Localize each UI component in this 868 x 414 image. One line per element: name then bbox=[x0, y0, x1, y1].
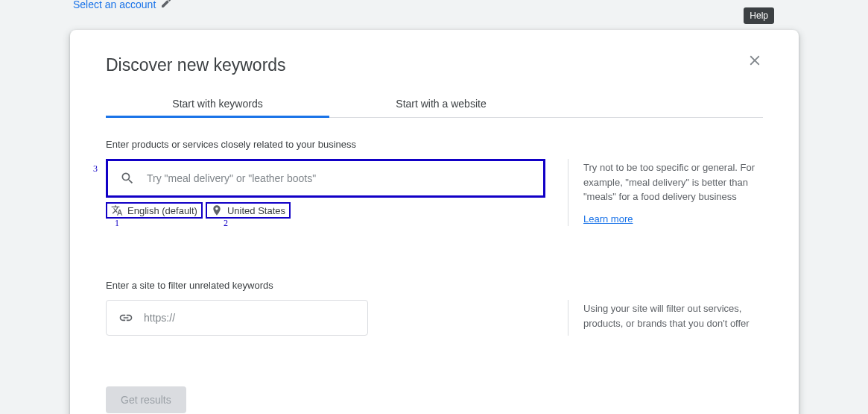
learn-more-link[interactable]: Learn more bbox=[583, 212, 633, 227]
help-button[interactable]: Help bbox=[744, 7, 774, 24]
annotation-1: 1 bbox=[115, 218, 119, 229]
keywords-field-label: Enter products or services closely relat… bbox=[106, 139, 763, 150]
site-input[interactable] bbox=[144, 312, 355, 324]
location-label: United States bbox=[227, 205, 285, 216]
keywords-tip: Try not to be too specific or general. F… bbox=[583, 160, 763, 204]
site-tip: Using your site will filter out services… bbox=[583, 301, 763, 330]
tab-start-with-website[interactable]: Start with a website bbox=[329, 90, 553, 117]
language-label: English (default) bbox=[127, 205, 197, 216]
keyword-planner-modal: Discover new keywords Start with keyword… bbox=[70, 30, 799, 414]
modal-title: Discover new keywords bbox=[106, 55, 286, 75]
keywords-input[interactable] bbox=[147, 172, 531, 184]
language-chip[interactable]: English (default) 1 bbox=[106, 202, 203, 219]
link-icon bbox=[118, 310, 133, 325]
pencil-icon bbox=[160, 0, 172, 11]
search-icon bbox=[120, 171, 135, 186]
tabs: Start with keywords Start with a website bbox=[106, 90, 763, 118]
site-field-label: Enter a site to filter unrelated keyword… bbox=[106, 280, 763, 291]
get-results-button[interactable]: Get results bbox=[106, 386, 186, 413]
keywords-input-wrap bbox=[106, 159, 545, 198]
annotation-3: 3 bbox=[93, 163, 98, 175]
account-label: Select an account bbox=[73, 0, 156, 10]
account-selector[interactable]: Select an account bbox=[73, 0, 172, 11]
close-icon[interactable] bbox=[747, 52, 763, 72]
location-chip[interactable]: United States 2 bbox=[206, 202, 291, 219]
site-input-wrap bbox=[106, 300, 368, 336]
translate-icon bbox=[111, 204, 123, 216]
tab-start-with-keywords[interactable]: Start with keywords bbox=[106, 90, 329, 117]
annotation-2: 2 bbox=[224, 218, 228, 229]
location-icon bbox=[211, 204, 223, 216]
